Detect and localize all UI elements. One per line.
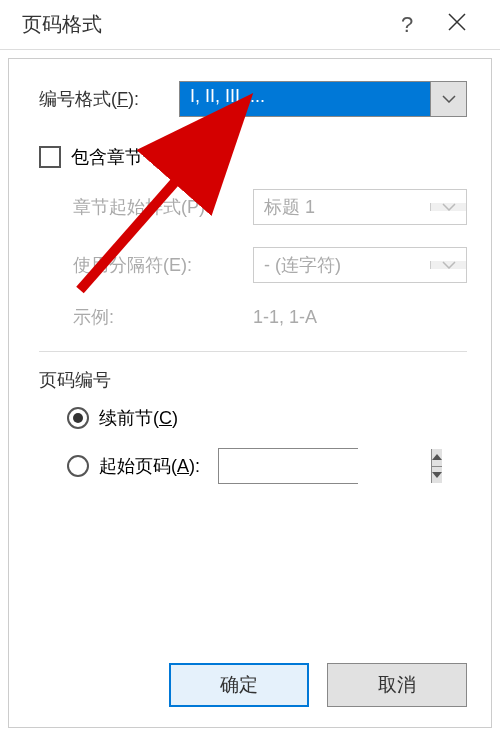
- start-page-radio[interactable]: [67, 455, 89, 477]
- spinner-buttons: [431, 449, 442, 483]
- close-button[interactable]: [432, 13, 482, 36]
- number-format-value: I, II, III, ...: [180, 82, 430, 116]
- start-page-input[interactable]: [219, 449, 431, 483]
- chapter-section: 章节起始样式(P) 标题 1 使用分隔符(E): - (连字符) 示例: 1-1…: [39, 189, 467, 329]
- divider: [39, 351, 467, 352]
- dialog-buttons: 确定 取消: [169, 663, 467, 707]
- spinner-up-button[interactable]: [432, 449, 442, 467]
- chevron-down-icon: [442, 95, 456, 103]
- example-value: 1-1, 1-A: [253, 307, 317, 328]
- separator-row: 使用分隔符(E): - (连字符): [73, 247, 467, 283]
- number-format-label: 编号格式(F):: [39, 87, 179, 111]
- start-page-spinner[interactable]: [218, 448, 358, 484]
- chevron-down-icon: [442, 261, 456, 269]
- page-number-section-label: 页码编号: [39, 368, 467, 392]
- dialog-body: 编号格式(F): I, II, III, ... 包含章节号(N) 章节起始样式…: [8, 58, 492, 728]
- continue-previous-radio[interactable]: [67, 407, 89, 429]
- triangle-up-icon: [432, 454, 442, 460]
- separator-dropdown-button: [430, 261, 466, 269]
- separator-select: - (连字符): [253, 247, 467, 283]
- example-label: 示例:: [73, 305, 253, 329]
- chapter-style-row: 章节起始样式(P) 标题 1: [73, 189, 467, 225]
- number-format-row: 编号格式(F): I, II, III, ...: [39, 81, 467, 117]
- chevron-down-icon: [442, 203, 456, 211]
- help-button[interactable]: ?: [382, 12, 432, 38]
- number-format-select[interactable]: I, II, III, ...: [179, 81, 467, 117]
- continue-previous-label: 续前节(C): [99, 406, 178, 430]
- page-number-radios: 续前节(C) 起始页码(A):: [39, 406, 467, 484]
- dialog-title: 页码格式: [22, 11, 382, 38]
- close-icon: [448, 13, 466, 31]
- chapter-style-select: 标题 1: [253, 189, 467, 225]
- include-chapter-checkbox[interactable]: [39, 146, 61, 168]
- include-chapter-row[interactable]: 包含章节号(N): [39, 145, 467, 169]
- chapter-style-label: 章节起始样式(P): [73, 195, 253, 219]
- cancel-button[interactable]: 取消: [327, 663, 467, 707]
- triangle-down-icon: [432, 472, 442, 478]
- ok-button[interactable]: 确定: [169, 663, 309, 707]
- start-page-label: 起始页码(A):: [99, 454, 200, 478]
- chapter-style-dropdown-button: [430, 203, 466, 211]
- include-chapter-label: 包含章节号(N): [71, 145, 186, 169]
- separator-value: - (连字符): [254, 253, 430, 277]
- example-row: 示例: 1-1, 1-A: [73, 305, 467, 329]
- start-page-row[interactable]: 起始页码(A):: [67, 448, 467, 484]
- separator-label: 使用分隔符(E):: [73, 253, 253, 277]
- number-format-dropdown-button[interactable]: [430, 82, 466, 116]
- titlebar: 页码格式 ?: [0, 0, 500, 50]
- spinner-down-button[interactable]: [432, 467, 442, 484]
- chapter-style-value: 标题 1: [254, 195, 430, 219]
- continue-previous-row[interactable]: 续前节(C): [67, 406, 467, 430]
